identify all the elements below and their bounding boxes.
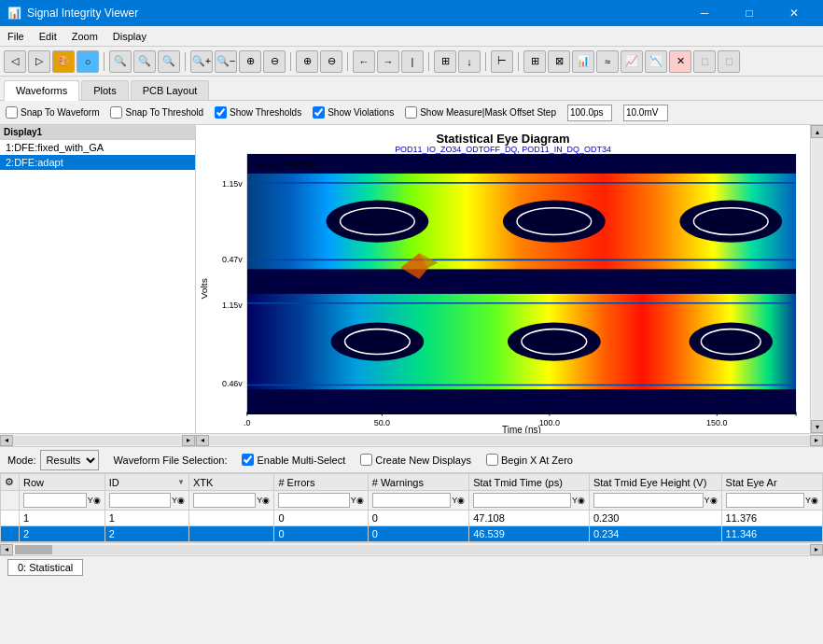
menu-display[interactable]: Display [105, 29, 154, 44]
mode-select[interactable]: Results [40, 450, 99, 470]
chart-area[interactable]: Statistical Eye Diagram POD11_IO_ZO34_OD… [196, 125, 810, 433]
begin-x-at-zero-option[interactable]: Begin X At Zero [486, 454, 573, 466]
show-thresholds-option[interactable]: Show Thresholds [215, 106, 301, 119]
table-row[interactable]: 2 2 0 0 46.539 0.234 11.346 [1, 526, 823, 542]
toolbar-btn-mag1[interactable]: 🔍 [109, 50, 132, 73]
filter-tmid-height-input[interactable] [593, 493, 704, 508]
table-row[interactable]: 1 1 0 0 47.108 0.230 11.376 [1, 511, 823, 526]
chart-vscrollbar[interactable]: ▴ ▾ [810, 125, 823, 433]
snap-waveform-option[interactable]: Snap To Waveform [6, 106, 99, 119]
toolbar-btn-g4[interactable]: ≈ [596, 50, 619, 73]
enable-multiselect-option[interactable]: Enable Multi-Select [242, 454, 345, 466]
datatable-scroll[interactable]: ⚙ Row ID▼ XTK # Errors # Warni [0, 473, 823, 542]
th-eye-ar[interactable]: Stat Eye Ar [721, 474, 822, 491]
toolbar-btn-g3[interactable]: 📊 [572, 50, 594, 73]
table-hscroll-right[interactable]: ▸ [810, 544, 823, 555]
show-measure-checkbox[interactable] [405, 106, 417, 119]
toolbar-btn-zoom3[interactable]: ⊕ [239, 50, 261, 73]
step-input-2[interactable] [623, 105, 668, 121]
gear-icon[interactable]: ⚙ [5, 476, 14, 487]
menu-zoom[interactable]: Zoom [64, 29, 105, 44]
th-warnings[interactable]: # Warnings [368, 474, 468, 491]
toolbar-btn-zoom5[interactable]: ⊕ [296, 50, 318, 73]
filter-eye-ar-input[interactable] [726, 493, 804, 508]
filter-row-icon[interactable]: Y◉ [88, 496, 101, 505]
th-tmid-height[interactable]: Stat Tmid Eye Height (V) [589, 474, 721, 491]
table-hscroll-left[interactable]: ◂ [0, 544, 13, 555]
show-thresholds-checkbox[interactable] [215, 106, 227, 119]
hscroll-left-btn[interactable]: ◂ [196, 435, 209, 446]
minimize-button[interactable]: ─ [683, 0, 726, 26]
filter-warnings-input[interactable] [372, 493, 451, 508]
tab-waveforms[interactable]: Waveforms [4, 80, 79, 101]
filter-id-input[interactable] [109, 493, 171, 508]
chart-hscrollbar[interactable]: ◂ ▸ [196, 433, 823, 446]
filter-tmid-time-icon[interactable]: Y◉ [572, 496, 585, 505]
filter-tmid-height-icon[interactable]: Y◉ [704, 496, 718, 505]
status-tab[interactable]: 0: Statistical [7, 559, 83, 576]
filter-xtk-icon[interactable]: Y◉ [257, 496, 270, 505]
create-new-displays-option[interactable]: Create New Displays [360, 454, 471, 466]
show-measure-option[interactable]: Show Measure|Mask Offset Step [405, 106, 556, 119]
left-panel-hscroll[interactable]: ◂ ▸ [0, 433, 195, 446]
filter-warnings-icon[interactable]: Y◉ [452, 496, 465, 505]
toolbar-btn-mag2[interactable]: 🔍 [133, 50, 156, 73]
toolbar-btn-zoom6[interactable]: ⊖ [320, 50, 342, 73]
th-id[interactable]: ID▼ [105, 474, 188, 491]
close-button[interactable]: ✕ [773, 0, 816, 26]
toolbar-btn-arrow-right[interactable]: → [377, 50, 399, 73]
th-xtk[interactable]: XTK [188, 474, 273, 491]
menu-file[interactable]: File [0, 29, 32, 44]
table-hscrollbar[interactable]: ◂ ▸ [0, 542, 823, 555]
toolbar-btn-2[interactable]: ▷ [28, 50, 50, 73]
filter-xtk-input[interactable] [193, 493, 256, 508]
enable-multiselect-checkbox[interactable] [242, 454, 254, 466]
toolbar-btn-g1[interactable]: ⊞ [523, 50, 546, 73]
toolbar-btn-zoom-in[interactable]: 🔍+ [190, 50, 213, 73]
vscroll-down-btn[interactable]: ▾ [811, 420, 824, 433]
toolbar-btn-mag3[interactable]: 🔍 [158, 50, 180, 73]
filter-eye-ar-icon[interactable]: Y◉ [805, 496, 818, 505]
th-tmid-time[interactable]: Stat Tmid Time (ps) [469, 474, 590, 491]
scroll-right-btn[interactable]: ▸ [182, 435, 195, 446]
toolbar-btn-down[interactable]: ↓ [458, 50, 481, 73]
toolbar-btn-zoom-out[interactable]: 🔍− [215, 50, 237, 73]
step-input-1[interactable] [567, 105, 612, 121]
tab-plots[interactable]: Plots [81, 80, 128, 100]
toolbar-btn-g7[interactable]: ✕ [669, 50, 691, 73]
toolbar-btn-1[interactable]: ◁ [4, 50, 26, 73]
toolbar-btn-g8[interactable]: ◻ [693, 50, 716, 73]
create-new-displays-checkbox[interactable] [360, 454, 372, 466]
waveform-item-2[interactable]: 2:DFE:adapt [0, 155, 195, 170]
toolbar-btn-g6[interactable]: 📉 [645, 50, 667, 73]
show-violations-checkbox[interactable] [313, 106, 325, 119]
toolbar-btn-circle[interactable]: ○ [77, 50, 99, 73]
maximize-button[interactable]: □ [728, 0, 771, 26]
toolbar-btn-zoom4[interactable]: ⊖ [263, 50, 286, 73]
vscroll-up-btn[interactable]: ▴ [811, 125, 824, 138]
filter-errors-input[interactable] [278, 493, 349, 508]
snap-threshold-option[interactable]: Snap To Threshold [110, 106, 203, 119]
hscroll-right-btn[interactable]: ▸ [810, 435, 823, 446]
scroll-left-btn[interactable]: ◂ [0, 435, 13, 446]
begin-x-checkbox[interactable] [486, 454, 498, 466]
toolbar-btn-g9[interactable]: ◻ [718, 50, 740, 73]
toolbar-btn-table[interactable]: ⊞ [434, 50, 456, 73]
toolbar-btn-color[interactable]: 🎨 [52, 50, 75, 73]
menu-edit[interactable]: Edit [32, 29, 64, 44]
th-errors[interactable]: # Errors [274, 474, 368, 491]
filter-errors-icon[interactable]: Y◉ [351, 496, 364, 505]
tab-pcb-layout[interactable]: PCB Layout [131, 80, 210, 100]
snap-waveform-checkbox[interactable] [6, 106, 18, 119]
filter-tmid-time-input[interactable] [473, 493, 571, 508]
toolbar-btn-snap[interactable]: ⊢ [491, 50, 513, 73]
filter-row-input[interactable] [23, 493, 87, 508]
toolbar-btn-g5[interactable]: 📈 [621, 50, 643, 73]
toolbar-btn-arrow-left[interactable]: ← [353, 50, 375, 73]
toolbar-btn-line[interactable]: | [401, 50, 424, 73]
show-violations-option[interactable]: Show Violations [313, 106, 394, 119]
waveform-item-1[interactable]: 1:DFE:fixed_with_GA [0, 140, 195, 155]
th-row[interactable]: Row [20, 474, 105, 491]
snap-threshold-checkbox[interactable] [110, 106, 122, 119]
filter-id-icon[interactable]: Y◉ [172, 496, 185, 505]
